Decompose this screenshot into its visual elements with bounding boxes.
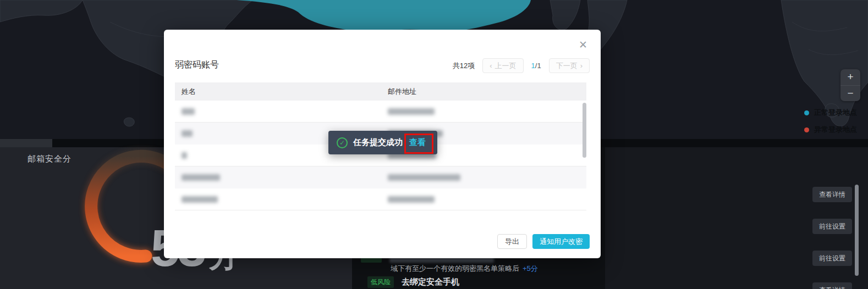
redacted-name — [182, 196, 218, 203]
notify-users-button[interactable]: 通知用户改密 — [532, 234, 590, 249]
redacted-email — [388, 108, 435, 115]
policy-hint: 域下有至少一个有效的弱密黑名单策略后+5分 — [391, 264, 538, 274]
redacted-name — [182, 174, 220, 181]
map-zoom-control: + − — [840, 69, 860, 101]
chevron-right-icon: › — [580, 62, 583, 70]
chevron-left-icon: ‹ — [490, 62, 492, 70]
table-row — [175, 188, 586, 210]
redacted-name — [182, 152, 187, 159]
sidebar-edge — [0, 139, 52, 147]
legend-label: 正常登录地点 — [814, 108, 857, 118]
zoom-in-button[interactable]: + — [840, 69, 860, 86]
current-page: 1 — [531, 62, 535, 70]
legend-dot-icon — [804, 127, 809, 132]
success-check-icon: ✓ — [337, 137, 348, 148]
landmass-island-2 — [124, 118, 134, 126]
export-button[interactable]: 导出 — [497, 234, 527, 249]
cell-email — [381, 108, 586, 115]
modal-footer: 导出 通知用户改密 — [497, 234, 590, 249]
cell-name — [175, 108, 381, 115]
score-panel-title: 邮箱安全分 — [28, 154, 72, 164]
legend-dot-icon — [804, 110, 809, 115]
legend-label: 异常登录地点 — [814, 125, 857, 135]
pagination: 共12项 ‹上一页 1/1 下一页› — [453, 58, 590, 73]
column-header-email: 邮件地址 — [381, 87, 586, 97]
risk-item: 低风险 去绑定安全手机 — [367, 276, 459, 288]
legend-item: 正常登录地点 — [804, 108, 857, 118]
next-page-button[interactable]: 下一页› — [549, 58, 590, 73]
map-legend: 正常登录地点异常登录地点 — [804, 108, 857, 142]
risk-level-badge: 低风险 — [367, 276, 394, 288]
redacted-name — [182, 108, 195, 115]
side-action-button[interactable]: 前往设置 — [812, 251, 852, 266]
table-row — [175, 101, 586, 123]
table-row — [175, 166, 586, 188]
modal-title: 弱密码账号 — [175, 59, 219, 71]
redacted-email — [388, 174, 460, 181]
cell-name — [175, 174, 381, 181]
page-indicator: 1/1 — [531, 62, 541, 70]
redacted-email — [388, 196, 435, 203]
side-action-button[interactable]: 前往设置 — [812, 219, 852, 234]
toast-view-link[interactable]: 查看 — [409, 137, 426, 148]
cell-name — [175, 196, 381, 203]
app-screen: 邮箱安全分 53分 域下有至少一个有效的弱密黑名单策略后+5分 低风险 去绑定安… — [0, 0, 868, 289]
toast-message: 任务提交成功 — [353, 137, 403, 148]
side-action-button[interactable]: 查看详情 — [812, 282, 852, 289]
page-scrollbar[interactable] — [855, 185, 859, 276]
prev-page-label: 上一页 — [495, 61, 517, 71]
table-body — [175, 101, 586, 210]
pagination-total: 共12项 — [453, 61, 475, 71]
table-scrollbar[interactable] — [583, 102, 586, 210]
table-scrollbar-thumb[interactable] — [583, 103, 586, 158]
clipped-redacted-text — [389, 258, 494, 263]
clipped-risk-badge — [361, 258, 382, 263]
table-header: 姓名 邮件地址 — [175, 82, 586, 101]
total-pages: 1 — [537, 62, 541, 70]
cell-email — [381, 196, 586, 203]
policy-bonus: +5分 — [523, 264, 538, 273]
legend-item: 异常登录地点 — [804, 125, 857, 135]
cell-email — [381, 174, 586, 181]
redacted-name — [182, 130, 193, 137]
policy-text: 域下有至少一个有效的弱密黑名单策略后 — [391, 264, 519, 273]
prev-page-button[interactable]: ‹上一页 — [482, 58, 523, 73]
column-header-name: 姓名 — [175, 87, 381, 97]
risk-action-title: 去绑定安全手机 — [402, 277, 459, 287]
success-toast: ✓ 任务提交成功 查看 — [328, 131, 437, 154]
close-icon[interactable]: ✕ — [576, 36, 590, 53]
zoom-out-button[interactable]: − — [840, 86, 860, 102]
side-action-button[interactable]: 查看详情 — [812, 187, 852, 202]
next-page-label: 下一页 — [556, 61, 578, 71]
